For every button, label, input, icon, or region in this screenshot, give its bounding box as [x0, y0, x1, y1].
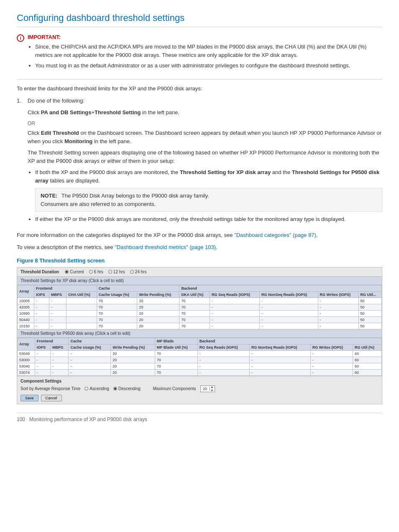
xp-r1-array[interactable]: 10005 — [18, 298, 34, 304]
p9500-r3-rg-util[interactable]: 60 — [353, 363, 382, 369]
xp-r5-rg-seq[interactable]: - — [210, 323, 260, 329]
p9500-r2-rg-seq[interactable]: - — [197, 357, 249, 363]
xp-row-5[interactable]: 10150 - - 70 20 70 - - - 50 — [18, 323, 382, 329]
p9500-r4-iops[interactable]: - — [35, 369, 51, 375]
xp-r2-mbps[interactable]: - — [49, 304, 66, 310]
p9500-row-1[interactable]: 53049 - - - 20 70 - - - 60 — [18, 350, 382, 357]
p9500-r1-mp[interactable]: 70 — [155, 350, 197, 357]
spinner-up-arrow[interactable]: ▲ — [210, 386, 215, 389]
xp-r4-cache[interactable]: 70 — [97, 316, 137, 323]
p9500-r1-rg-util[interactable]: 60 — [353, 350, 382, 357]
xp-r5-write[interactable]: 20 — [137, 323, 179, 329]
dashboard-categories-link[interactable]: "Dashboard categories" (page 97) — [234, 232, 316, 238]
xp-r1-rg-writes[interactable]: - — [318, 298, 358, 304]
xp-r4-rg-seq[interactable]: - — [210, 316, 260, 323]
p9500-r4-cache[interactable]: - — [69, 369, 111, 375]
radio-24hrs[interactable]: 24 hrs — [130, 270, 147, 274]
xp-r3-rg-util[interactable]: 50 — [358, 310, 381, 316]
xp-r4-write[interactable]: 20 — [137, 316, 179, 323]
xp-r2-rg-writes[interactable]: - — [318, 304, 358, 310]
p9500-r2-cache[interactable]: - — [69, 357, 111, 363]
xp-r5-rg-writes[interactable]: - — [318, 323, 358, 329]
xp-r3-cache[interactable]: 70 — [97, 310, 137, 316]
xp-r1-mbps[interactable]: - — [49, 298, 66, 304]
xp-r5-rg-util[interactable]: 50 — [358, 323, 381, 329]
xp-r2-rg-nonseq[interactable]: - — [260, 304, 318, 310]
p9500-r4-rg-writes[interactable]: - — [310, 369, 353, 375]
xp-r4-array[interactable]: 50440 — [18, 316, 34, 323]
xp-r5-cache[interactable]: 70 — [97, 323, 137, 329]
xp-r4-rg-util[interactable]: 50 — [358, 316, 381, 323]
p9500-r3-write[interactable]: 20 — [111, 363, 155, 369]
xp-r2-dka[interactable]: 70 — [179, 304, 210, 310]
xp-r4-cha[interactable] — [66, 316, 97, 323]
sort-descending[interactable]: Descending — [113, 386, 141, 391]
cancel-button[interactable]: Cancel — [41, 395, 62, 401]
xp-r3-array[interactable]: 10990 — [18, 310, 34, 316]
xp-r1-rg-util[interactable]: 50 — [358, 298, 381, 304]
p9500-r1-cache[interactable]: - — [69, 350, 111, 357]
xp-r1-rg-seq[interactable]: - — [210, 298, 260, 304]
xp-r2-iops[interactable]: - — [34, 304, 49, 310]
p9500-r3-cache[interactable]: - — [69, 363, 111, 369]
p9500-r1-iops[interactable]: - — [35, 350, 51, 357]
p9500-r4-mp[interactable]: 70 — [155, 369, 197, 375]
radio-12hrs[interactable]: 12 hrs — [108, 270, 125, 274]
p9500-r2-rg-writes[interactable]: - — [310, 357, 353, 363]
xp-row-1[interactable]: 10005 - - 70 20 70 - - - 50 — [18, 298, 382, 304]
p9500-row-2[interactable]: 53000 - - - 20 70 - - - 60 — [18, 357, 382, 363]
p9500-r2-write[interactable]: 20 — [111, 357, 155, 363]
p9500-r1-rg-seq[interactable]: - — [197, 350, 249, 357]
spinner-value[interactable]: 20 — [201, 387, 210, 391]
p9500-r4-rg-seq[interactable]: - — [197, 369, 249, 375]
p9500-r3-rg-writes[interactable]: - — [310, 363, 353, 369]
xp-r4-dka[interactable]: 70 — [179, 316, 210, 323]
max-components-spinner[interactable]: 20 ▲ ▼ — [200, 386, 215, 392]
xp-r3-iops[interactable]: - — [34, 310, 49, 316]
p9500-r2-iops[interactable]: - — [35, 357, 51, 363]
spinner-down-arrow[interactable]: ▼ — [210, 389, 215, 392]
p9500-r1-rg-nonseq[interactable]: - — [249, 350, 310, 357]
p9500-r4-mbps[interactable]: - — [51, 369, 69, 375]
xp-r4-iops[interactable]: - — [34, 316, 49, 323]
xp-r2-array[interactable]: 42005 — [18, 304, 34, 310]
xp-r5-array[interactable]: 10150 — [18, 323, 34, 329]
p9500-r3-rg-nonseq[interactable]: - — [249, 363, 310, 369]
xp-r5-dka[interactable]: 70 — [179, 323, 210, 329]
p9500-r3-array[interactable]: 53040 — [18, 363, 35, 369]
xp-r2-rg-util[interactable]: 50 — [358, 304, 381, 310]
p9500-r2-array[interactable]: 53000 — [18, 357, 35, 363]
p9500-r2-mp[interactable]: 70 — [155, 357, 197, 363]
xp-r3-rg-seq[interactable]: - — [210, 310, 260, 316]
p9500-r3-iops[interactable]: - — [35, 363, 51, 369]
xp-row-2[interactable]: 42005 - - 70 20 70 - - - 50 — [18, 304, 382, 310]
xp-r2-cache[interactable]: 70 — [97, 304, 137, 310]
p9500-r1-mbps[interactable]: - — [51, 350, 69, 357]
dashboard-metrics-link[interactable]: "Dashboard threshold metrics" (page 103) — [115, 244, 216, 250]
p9500-r2-rg-nonseq[interactable]: - — [249, 357, 310, 363]
p9500-row-4[interactable]: 53074 - - - 20 70 - - - 60 — [18, 369, 382, 375]
xp-row-4[interactable]: 50440 - - 70 20 70 - - - 50 — [18, 316, 382, 323]
save-button[interactable]: Save — [20, 395, 38, 401]
xp-r4-mbps[interactable]: - — [49, 316, 66, 323]
p9500-r4-rg-nonseq[interactable]: - — [249, 369, 310, 375]
p9500-r1-rg-writes[interactable]: - — [310, 350, 353, 357]
xp-r5-cha[interactable] — [66, 323, 97, 329]
p9500-r2-rg-util[interactable]: 60 — [353, 357, 382, 363]
xp-r1-iops[interactable]: - — [34, 298, 49, 304]
spinner-arrows[interactable]: ▲ ▼ — [210, 386, 215, 392]
sort-ascending[interactable]: Ascending — [84, 386, 109, 391]
p9500-r3-mp[interactable]: 70 — [155, 363, 197, 369]
p9500-r1-array[interactable]: 53049 — [18, 350, 35, 357]
p9500-r3-mbps[interactable]: - — [51, 363, 69, 369]
xp-r5-rg-nonseq[interactable]: - — [260, 323, 318, 329]
p9500-r2-mbps[interactable]: - — [51, 357, 69, 363]
xp-r5-mbps[interactable]: - — [49, 323, 66, 329]
p9500-r3-rg-seq[interactable]: - — [197, 363, 249, 369]
xp-r3-write[interactable]: 20 — [137, 310, 179, 316]
xp-r1-dka[interactable]: 70 — [179, 298, 210, 304]
xp-r1-cha[interactable] — [66, 298, 97, 304]
xp-r2-write[interactable]: 20 — [137, 304, 179, 310]
p9500-r4-array[interactable]: 53074 — [18, 369, 35, 375]
xp-r5-iops[interactable]: - — [34, 323, 49, 329]
